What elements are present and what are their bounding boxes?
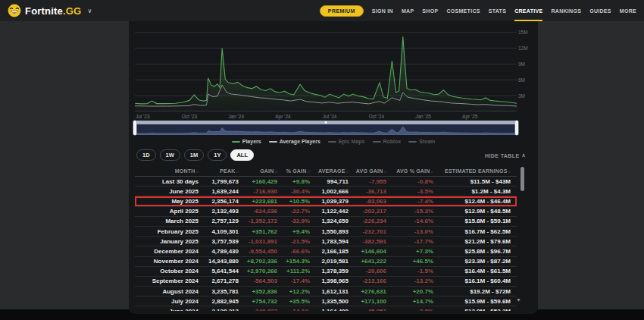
site-logo[interactable]: Fortnite.GG ∨ [8, 4, 92, 17]
range-button-1w[interactable]: 1W [160, 149, 180, 161]
cell-peak: 1,639,244 [199, 188, 239, 195]
legend-item-epic-maps[interactable]: Epic Maps [328, 139, 365, 144]
top-nav: PREMIUM SIGN INMAPSHOPCOSMETICSSTATSCREA… [320, 0, 636, 21]
chevron-down-icon[interactable]: ∨ [87, 8, 92, 14]
cell-gain: +754,732 [239, 298, 277, 305]
cell-avg_gain_pct: +14.7% [386, 298, 433, 305]
cell-month: March 2025 [135, 218, 199, 224]
premium-button[interactable]: PREMIUM [320, 5, 364, 17]
column-header-avg-gain[interactable]: AVG GAIN↓↑ [349, 168, 386, 174]
table-row-october-2024[interactable]: October 20245,641,544+2,970,266+111.2%1,… [135, 267, 517, 277]
top-bar: Fortnite.GG ∨ PREMIUM SIGN INMAPSHOPCOSM… [0, 0, 644, 21]
column-header-average[interactable]: AVERAGE↓↑ [310, 168, 349, 174]
cell-gain_pct: -14.1% [277, 308, 310, 311]
table-scrollbar-thumb[interactable] [521, 167, 524, 191]
cell-average: 1,039,379 [310, 198, 349, 205]
cell-gain: +160,429 [239, 178, 277, 185]
scroll-down-icon[interactable]: ▼ [516, 297, 521, 303]
nav-item-stats[interactable]: STATS [489, 0, 506, 21]
cell-average: 1,002,666 [310, 188, 349, 195]
cell-gain: -348,837 [239, 308, 277, 311]
cell-gain_pct: +111.2% [277, 268, 310, 275]
cell-gain: +352,836 [239, 288, 277, 295]
legend-item-roblox[interactable]: Roblox [373, 139, 402, 144]
nav-item-sign-in[interactable]: SIGN IN [372, 0, 393, 21]
cell-earnings: $25.8M - $96.7M [433, 248, 511, 255]
cell-gain: -1,031,891 [239, 238, 277, 245]
table-row-november-2024[interactable]: November 202414,343,880+8,702,336+154.3%… [135, 257, 517, 267]
cell-month: June 2025 [135, 188, 199, 195]
table-scrollbar[interactable] [521, 167, 524, 309]
nav-item-guides[interactable]: GUIDES [589, 0, 611, 21]
table-row-may-2025[interactable]: May 20252,356,174+223,681+10.5%1,039,379… [135, 196, 517, 206]
table-row-last-30-days[interactable]: Last 30 days1,799,673+160,429+9.8%994,71… [135, 177, 517, 187]
cell-gain_pct: -30.4% [277, 188, 310, 195]
legend-item-average-players[interactable]: Average Players [269, 139, 320, 144]
cell-gain: -716,930 [239, 188, 277, 195]
table-row-june-2025[interactable]: June 20251,639,244-716,930-30.4%1,002,66… [135, 187, 517, 196]
table-row-june-2024[interactable]: June 20242,128,213-348,837-14.1%1,164,40… [135, 306, 517, 311]
column-header-estimated-earnings[interactable]: ESTIMATED EARNINGS↓↑ [433, 168, 511, 174]
table-row-january-2025[interactable]: January 20253,757,539-1,031,891-21.5%1,7… [135, 237, 517, 246]
cell-avg_gain: +146,604 [349, 248, 386, 255]
column-header-label: GAIN [260, 168, 274, 174]
range-button-all[interactable]: ALL [230, 149, 254, 161]
nav-item-rankings[interactable]: RANKINGS [551, 0, 581, 21]
nav-item-shop[interactable]: SHOP [422, 0, 438, 21]
cell-gain_pct: -32.9% [277, 218, 310, 224]
cell-avg_gain: +641,222 [349, 258, 386, 265]
cell-avg_gain: -45,851 [349, 308, 386, 311]
legend-item-steam[interactable]: Steam [408, 139, 435, 144]
cell-avg_gain: +171,100 [349, 298, 386, 305]
cell-avg_gain_pct: -14.6% [386, 218, 433, 224]
cell-gain_pct: -17.4% [277, 278, 310, 284]
x-axis-tick: Jan '25 [415, 114, 431, 119]
nav-item-creative[interactable]: CREATIVE [514, 0, 542, 21]
cell-peak: 4,789,430 [199, 248, 239, 255]
sort-icon: ↓↑ [508, 169, 511, 174]
cell-peak: 5,641,544 [199, 268, 239, 275]
cell-gain: +2,970,266 [239, 268, 277, 275]
column-header--gain[interactable]: % GAIN↓↑ [277, 168, 310, 174]
y-axis-tick: 6M [518, 77, 525, 83]
column-header-gain[interactable]: GAIN↓↑ [239, 168, 277, 174]
range-button-1y[interactable]: 1Y [208, 149, 227, 161]
range-button-1d[interactable]: 1D [136, 149, 156, 161]
navigator-minichart[interactable] [135, 124, 517, 135]
table-row-december-2024[interactable]: December 20244,789,430-9,554,450-66.6%2,… [135, 246, 517, 256]
range-button-1m[interactable]: 1M [184, 149, 204, 161]
column-header-avg-gain[interactable]: AVG % GAIN↓↑ [386, 168, 433, 174]
cell-month: April 2025 [135, 208, 199, 215]
hide-table-button[interactable]: HIDE TABLE ∧ [485, 152, 526, 158]
cell-gain_pct: -22.7% [277, 208, 310, 215]
cell-peak: 4,109,301 [199, 228, 239, 235]
nav-item-map[interactable]: MAP [402, 0, 414, 21]
column-header-month[interactable]: MONTH↓↑ [135, 168, 199, 174]
x-axis-tick: Jan '24 [228, 114, 244, 119]
table-row-march-2025[interactable]: March 20252,757,129-1,352,172-32.9%1,324… [135, 217, 517, 227]
table-row-february-2025[interactable]: February 20254,109,301+351,762+9.4%1,550… [135, 227, 517, 237]
legend-item-players[interactable]: Players [232, 139, 261, 144]
cell-earnings: $12.9M - $48.5M [433, 208, 511, 215]
table-row-september-2024[interactable]: September 20242,671,278-564,503-17.4%1,3… [135, 277, 517, 287]
table-row-july-2024[interactable]: July 20242,882,945+754,732+35.5%1,335,50… [135, 296, 517, 306]
navigator-left-handle[interactable] [133, 121, 136, 135]
nav-item-cosmetics[interactable]: COSMETICS [446, 0, 480, 21]
cell-avg_gain_pct: +7.3% [386, 248, 433, 255]
legend-dash [373, 141, 381, 143]
column-header-peak[interactable]: PEAK↓↑ [199, 168, 239, 174]
nav-item-more[interactable]: MORE [620, 0, 636, 21]
cell-avg_gain_pct: -13.2% [386, 278, 433, 284]
cell-avg_gain_pct: -15.3% [386, 208, 433, 215]
cell-gain: +223,681 [239, 198, 277, 205]
cell-month: August 2024 [135, 288, 199, 295]
cell-average: 994,711 [310, 178, 349, 185]
cell-month: June 2024 [135, 308, 199, 311]
content-panel: 15M12M9M6M3M Jul '23Oct '23Jan '24Apr '2… [129, 21, 538, 314]
table-row-april-2025[interactable]: April 20252,132,493-624,636-22.7%1,122,4… [135, 207, 517, 217]
cell-month: July 2024 [135, 298, 199, 305]
players-chart[interactable] [135, 25, 517, 111]
cell-month: September 2024 [135, 278, 199, 284]
navigator-right-handle[interactable] [515, 121, 518, 135]
table-row-august-2024[interactable]: August 20243,235,781+352,836+12.2%1,612,… [135, 287, 517, 296]
